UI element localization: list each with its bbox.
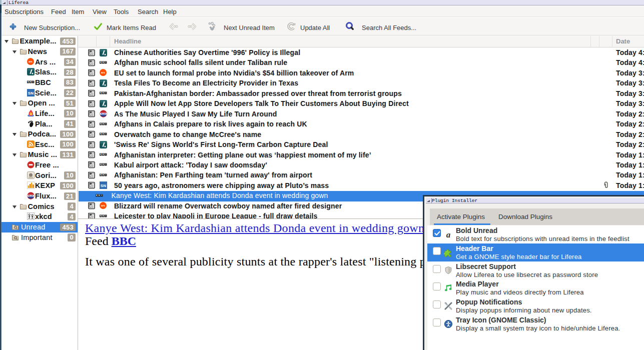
svg-text:B: B	[100, 154, 102, 156]
svg-text:B: B	[100, 62, 102, 64]
svg-text:a: a	[446, 230, 451, 239]
svg-text:C: C	[105, 123, 107, 125]
svg-text:B: B	[103, 154, 104, 156]
svg-text:FLUX: FLUX	[101, 113, 106, 115]
svg-text:B: B	[96, 194, 98, 196]
svg-text:B: B	[100, 133, 102, 135]
svg-text:C: C	[105, 174, 107, 176]
svg-text:B: B	[103, 62, 104, 64]
svg-text:B: B	[103, 133, 104, 135]
svg-text:C: C	[32, 81, 34, 83]
svg-text:B: B	[103, 92, 104, 94]
svg-text:ars: ars	[101, 72, 105, 74]
svg-text:B: B	[103, 174, 104, 176]
svg-text:C: C	[105, 62, 107, 64]
svg-text:B: B	[103, 215, 104, 217]
svg-text:B: B	[99, 194, 100, 196]
svg-text:B: B	[27, 81, 29, 83]
svg-text:B: B	[100, 215, 102, 217]
svg-text:B: B	[30, 81, 31, 83]
svg-text:SN: SN	[101, 184, 106, 188]
svg-text:B: B	[100, 123, 102, 125]
svg-text:B: B	[103, 123, 104, 125]
svg-text:C: C	[105, 154, 107, 156]
svg-text:C: C	[105, 133, 107, 135]
svg-text:B: B	[100, 92, 102, 94]
svg-text:B: B	[100, 174, 102, 176]
svg-text:C: C	[105, 164, 107, 166]
svg-text:B: B	[103, 164, 104, 166]
svg-text:FLUX: FLUX	[28, 195, 33, 197]
svg-text:ars: ars	[29, 60, 33, 63]
svg-text:SN: SN	[28, 91, 33, 96]
svg-text:C: C	[105, 92, 107, 94]
svg-text:C: C	[105, 215, 107, 217]
svg-text:C: C	[101, 194, 103, 196]
svg-text:ars: ars	[101, 204, 105, 207]
svg-text:B: B	[100, 164, 102, 166]
